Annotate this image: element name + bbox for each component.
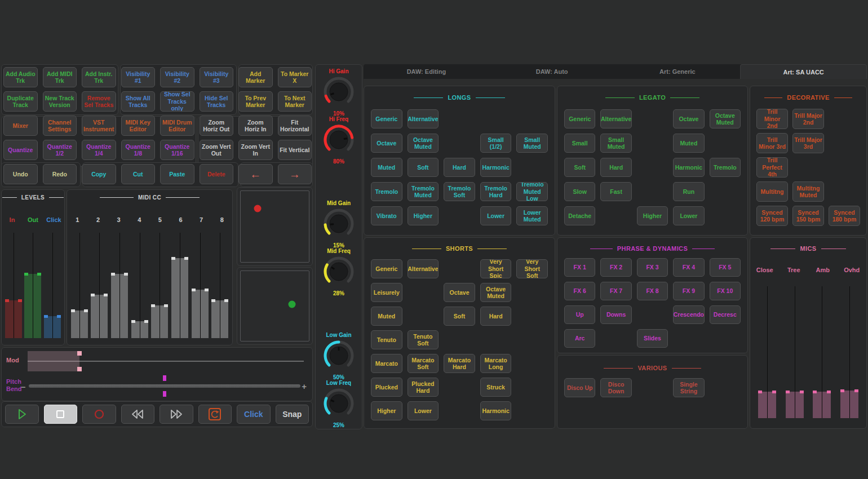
mid-freq-knob-dial[interactable] [322,255,355,290]
add-marker-button[interactable]: Add Marker [238,67,273,87]
add-instr-trk-button[interactable]: Add Instr. Trk [82,67,116,87]
legato-detache-button[interactable]: Detache [564,206,595,225]
mod-handle-top[interactable] [77,351,82,356]
phrase-fx-7-button[interactable]: FX 7 [600,282,631,300]
decorative-multitng-button[interactable]: Multitng [756,181,788,202]
fader-handle[interactable] [131,320,135,323]
legato-harmonic-button[interactable]: Harmonic [673,158,704,177]
shorts-marcato-button[interactable]: Marcato [371,354,402,373]
fit-vertical-button[interactable]: Fit Vertical [278,140,312,160]
delete-button[interactable]: Delete [200,164,234,184]
arrow-left-button[interactable]: ← [238,164,273,184]
longs-lower-button[interactable]: Lower [480,206,512,225]
fader-handle[interactable] [18,299,22,302]
fader-handle[interactable] [192,289,196,291]
shorts-plucked-button[interactable]: Plucked [371,378,402,397]
longs-tremolo-muted-button[interactable]: Tremolo Muted [408,182,439,201]
longs-small-muted-button[interactable]: Small Muted [516,134,548,153]
fader-handle[interactable] [854,389,858,392]
add-midi-trk-button[interactable]: Add MIDI Trk [43,67,77,87]
fader-handle[interactable] [57,315,61,318]
new-track-version-button[interactable]: New Track Version [43,91,77,112]
hi-gain-knob-dial[interactable] [322,76,355,110]
fader-handle[interactable] [786,391,790,393]
phrase-fx-9-button[interactable]: FX 9 [673,282,704,300]
longs-vibrato-button[interactable]: Vibrato [371,206,402,225]
fader-handle[interactable] [91,294,95,296]
shorts-harmonic-button[interactable]: Harmonic [480,401,512,420]
legato-fast-button[interactable]: Fast [600,182,631,201]
shorts-muted-button[interactable]: Muted [371,307,402,326]
zoom-vert-out-button[interactable]: Zoom Vert Out [200,140,234,160]
fader-handle[interactable] [44,315,48,318]
decorative-trill-major-2nd-button[interactable]: Trill Major 2nd [792,109,824,129]
shorts-marcato-hard-button[interactable]: Marcato Hard [444,354,475,373]
decorative-trill-minor-3rd-button[interactable]: Trill Minor 3rd [756,133,788,153]
phrase-decresc-button[interactable]: Decresc [710,305,741,324]
phrase-fx-6-button[interactable]: FX 6 [564,282,595,300]
quantize-button[interactable]: Quantize [3,140,38,160]
hi-freq-knob-dial[interactable] [322,123,355,158]
remove-sel-tracks-button[interactable]: Remove Sel Tracks [82,91,116,112]
legato-generic-button[interactable]: Generic [564,109,595,128]
phrase-fx-5-button[interactable]: FX 5 [710,258,741,277]
play-button[interactable] [5,405,39,424]
stop-button[interactable] [44,405,78,424]
click-button[interactable]: Click [237,405,271,424]
decorative-multitng-muted-button[interactable]: Multitng Muted [792,181,824,202]
legato-octave-button[interactable]: Octave [673,109,704,128]
duplicate-track-button[interactable]: Duplicate Track [3,91,38,112]
7-fader[interactable] [192,233,209,338]
shorts-tenuto-button[interactable]: Tenuto [371,330,402,349]
decorative-trill-minor-2nd-button[interactable]: Trill Minor 2nd [756,109,788,129]
phrase-fx-3-button[interactable]: FX 3 [637,258,668,277]
tree-fader[interactable] [786,286,804,418]
various-disco-down-button[interactable]: Disco Down [600,378,631,397]
zoom-vert-in-button[interactable]: Zoom Vert In [238,140,273,160]
decorative-trill-major-3rd-button[interactable]: Trill Major 3rd [792,133,824,153]
shorts-octave-button[interactable]: Octave [444,283,475,302]
pitch-handle[interactable] [163,383,166,389]
longs-muted-button[interactable]: Muted [371,158,402,177]
phrase-slides-button[interactable]: Slides [637,329,668,348]
longs-tremolo-button[interactable]: Tremolo [371,182,402,201]
legato-slow-button[interactable]: Slow [564,182,595,201]
arrow-right-button[interactable]: → [278,164,312,184]
fader-handle[interactable] [84,309,88,312]
longs-harmonic-button[interactable]: Harmonic [480,158,512,177]
legato-soft-button[interactable]: Soft [564,158,595,177]
pitch-bend-slider[interactable] [29,383,300,389]
record-button[interactable] [82,405,116,424]
amb-fader[interactable] [813,286,831,418]
shorts-very-short-spic-button[interactable]: Very Short Spic [480,259,512,278]
low-gain-knob-dial[interactable] [322,339,355,374]
phrase-fx-2-button[interactable]: FX 2 [600,258,631,277]
midi-key-editor-button[interactable]: MIDI Key Editor [121,116,156,136]
fader-handle[interactable] [24,273,28,276]
midi-drum-editor-button[interactable]: MIDI Drum Editor [160,116,194,136]
longs-tremolo-hard-button[interactable]: Tremolo Hard [480,182,512,201]
visibility-3-button[interactable]: Visibility #3 [200,67,234,87]
show-sel-tracks-only-button[interactable]: Show Sel Tracks only [160,91,194,112]
legato-muted-button[interactable]: Muted [673,134,704,153]
longs-lower-muted-button[interactable]: Lower Muted [516,206,548,225]
legato-small-muted-button[interactable]: Small Muted [600,134,631,153]
snap-button[interactable]: Snap [276,405,309,424]
cycle-button[interactable] [198,405,232,424]
8-fader[interactable] [211,233,228,338]
channel-settings-button[interactable]: Channel Settings [43,116,77,136]
longs-tremolo-muted-low-button[interactable]: Tremolo Muted Low [516,182,548,201]
longs-octave-muted-button[interactable]: Octave Muted [408,134,439,153]
legato-octave-muted-button[interactable]: Octave Muted [710,109,741,128]
undo-button[interactable]: Undo [3,164,38,184]
longs-tremolo-soft-button[interactable]: Tremolo Soft [444,182,475,201]
zoom-horiz-out-button[interactable]: Zoom Horiz Out [200,116,234,136]
phrase-fx-1-button[interactable]: FX 1 [564,258,595,277]
rewind-button[interactable] [121,405,155,424]
fader-handle[interactable] [151,304,155,307]
mid-gain-knob-dial[interactable] [322,207,355,242]
fader-handle[interactable] [224,299,228,302]
fader-handle[interactable] [37,273,41,276]
quantize-1-2-button[interactable]: Quantize 1/2 [43,140,77,160]
xy-pad-2[interactable] [237,267,313,345]
